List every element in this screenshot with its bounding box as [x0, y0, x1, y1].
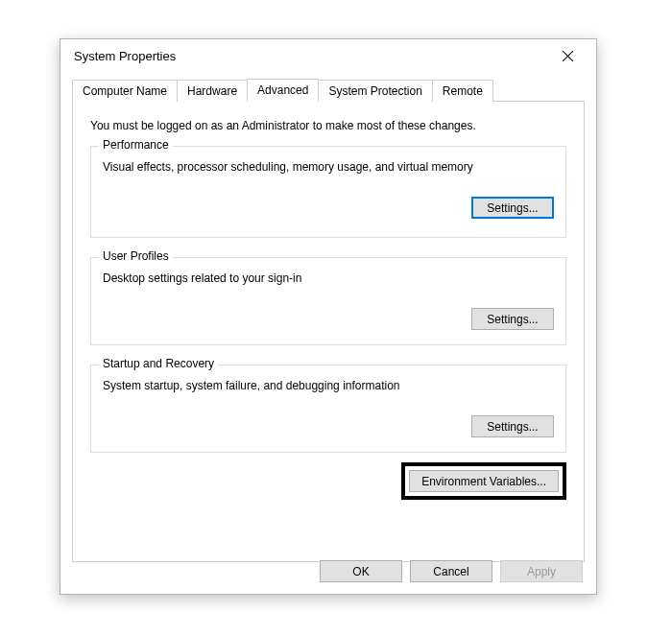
performance-settings-button[interactable]: Settings... — [471, 197, 554, 219]
performance-button-row: Settings... — [103, 197, 554, 219]
tab-computer-name[interactable]: Computer Name — [72, 80, 178, 102]
user-profiles-button-row: Settings... — [103, 308, 554, 330]
startup-recovery-description: System startup, system failure, and debu… — [103, 379, 554, 392]
environment-variables-highlight: Environment Variables... — [401, 462, 566, 500]
performance-description: Visual effects, processor scheduling, me… — [103, 160, 554, 174]
apply-button[interactable]: Apply — [500, 560, 583, 582]
user-profiles-settings-button[interactable]: Settings... — [471, 308, 554, 330]
user-profiles-description: Desktop settings related to your sign-in — [103, 271, 554, 285]
startup-recovery-legend: Startup and Recovery — [99, 357, 218, 370]
performance-legend: Performance — [99, 138, 173, 152]
startup-recovery-group: Startup and Recovery System startup, sys… — [90, 365, 566, 453]
tabstrip: Computer Name Hardware Advanced System P… — [72, 78, 585, 102]
user-profiles-group: User Profiles Desktop settings related t… — [90, 257, 566, 345]
admin-intro-text: You must be logged on as an Administrato… — [90, 119, 566, 132]
titlebar: System Properties — [60, 39, 596, 72]
startup-recovery-button-row: Settings... — [103, 415, 554, 437]
advanced-tab-panel: You must be logged on as an Administrato… — [72, 102, 585, 562]
close-button[interactable] — [548, 42, 587, 69]
environment-variables-button[interactable]: Environment Variables... — [409, 470, 559, 492]
performance-group: Performance Visual effects, processor sc… — [90, 146, 566, 238]
ok-button[interactable]: OK — [320, 560, 402, 582]
tab-remote[interactable]: Remote — [432, 80, 493, 102]
cancel-button[interactable]: Cancel — [410, 560, 492, 582]
startup-recovery-settings-button[interactable]: Settings... — [471, 415, 554, 437]
system-properties-dialog: System Properties Computer Name Hardware… — [60, 38, 597, 595]
tab-advanced[interactable]: Advanced — [247, 79, 319, 102]
window-title: System Properties — [74, 49, 176, 63]
dialog-button-row: OK Cancel Apply — [320, 560, 583, 582]
user-profiles-legend: User Profiles — [99, 249, 173, 263]
environment-variables-row: Environment Variables... — [90, 462, 566, 500]
tab-hardware[interactable]: Hardware — [177, 80, 248, 102]
close-icon — [563, 51, 573, 61]
tab-system-protection[interactable]: System Protection — [318, 80, 432, 102]
